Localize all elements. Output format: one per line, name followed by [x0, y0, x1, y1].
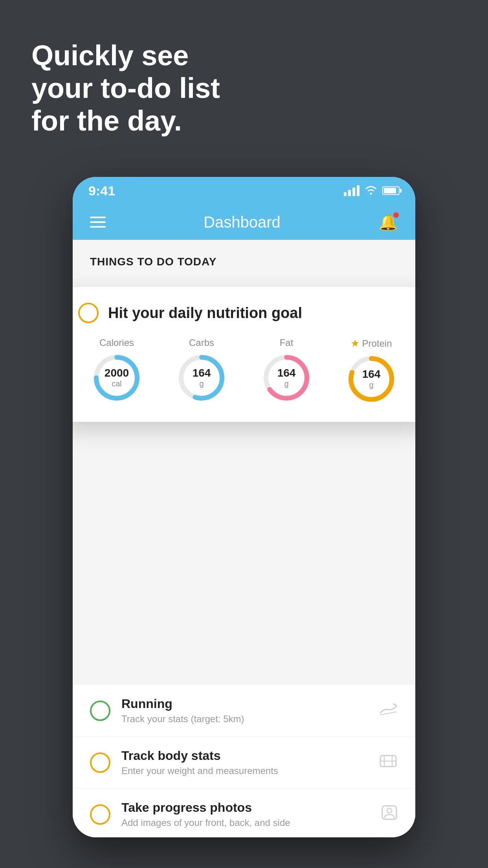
- running-content: Running Track your stats (target: 5km): [121, 697, 367, 725]
- todo-item-body-stats[interactable]: Track body stats Enter your weight and m…: [73, 737, 415, 789]
- protein-value: 164: [362, 368, 381, 381]
- calories-value: 2000: [105, 367, 129, 379]
- notification-dot: [393, 212, 399, 218]
- running-title: Running: [121, 697, 367, 711]
- photos-subtitle: Add images of your front, back, and side: [121, 817, 370, 828]
- body-stats-subtitle: Enter your weight and measurements: [121, 765, 367, 776]
- things-section-title: THINGS TO DO TODAY: [90, 256, 398, 268]
- todo-list: Running Track your stats (target: 5km) T…: [73, 685, 415, 837]
- photos-content: Take progress photos Add images of your …: [121, 800, 370, 828]
- signal-icon: [344, 185, 360, 196]
- fat-donut: 164 g: [261, 352, 312, 403]
- card-header: Hit your daily nutrition goal: [78, 303, 410, 323]
- nutrition-checkbox[interactable]: [78, 303, 99, 323]
- protein-label: ★ Protein: [350, 337, 392, 349]
- photos-checkbox[interactable]: [90, 804, 110, 825]
- todo-item-running[interactable]: Running Track your stats (target: 5km): [73, 685, 415, 737]
- photos-title: Take progress photos: [121, 800, 370, 815]
- running-subtitle: Track your stats (target: 5km): [121, 714, 367, 725]
- nutrition-stats: Calories 2000 cal Carbs: [78, 337, 410, 405]
- notification-bell[interactable]: 🔔: [378, 213, 398, 232]
- status-bar: 9:41: [73, 177, 415, 204]
- things-section: THINGS TO DO TODAY: [73, 240, 415, 276]
- body-stats-content: Track body stats Enter your weight and m…: [121, 748, 367, 776]
- scale-icon: [378, 752, 398, 772]
- carbs-value: 164: [193, 367, 211, 379]
- hero-line2: your to-do list: [31, 72, 220, 105]
- star-icon: ★: [350, 337, 360, 349]
- todo-item-photos[interactable]: Take progress photos Add images of your …: [73, 789, 415, 837]
- hero-text: Quickly see your to-do list for the day.: [31, 39, 220, 137]
- calories-donut: 2000 cal: [91, 352, 142, 403]
- nav-bar: Dashboard 🔔: [73, 204, 415, 240]
- protein-donut: 164 g: [346, 353, 397, 405]
- hero-line1: Quickly see: [31, 39, 220, 72]
- carbs-donut: 164 g: [176, 352, 227, 403]
- nutrition-card: Hit your daily nutrition goal Calories 2…: [73, 287, 415, 422]
- status-time: 9:41: [88, 183, 115, 199]
- status-icons: [344, 184, 400, 198]
- battery-icon: [382, 186, 400, 195]
- person-icon: [381, 804, 398, 824]
- phone-frame: 9:41 Da: [73, 177, 415, 837]
- calories-stat: Calories 2000 cal: [91, 337, 142, 405]
- hamburger-menu[interactable]: [90, 217, 106, 228]
- hero-line3: for the day.: [31, 105, 220, 137]
- nav-title: Dashboard: [204, 213, 281, 231]
- calories-label: Calories: [99, 337, 134, 348]
- body-stats-title: Track body stats: [121, 748, 367, 763]
- fat-stat: Fat 164 g: [261, 337, 312, 405]
- card-title: Hit your daily nutrition goal: [108, 305, 302, 322]
- running-checkbox[interactable]: [90, 701, 110, 721]
- carbs-label: Carbs: [189, 337, 214, 348]
- body-stats-checkbox[interactable]: [90, 752, 110, 773]
- carbs-stat: Carbs 164 g: [176, 337, 227, 405]
- fat-label: Fat: [280, 337, 294, 348]
- protein-stat: ★ Protein 164 g: [346, 337, 397, 405]
- svg-point-13: [387, 808, 392, 813]
- running-icon: [378, 701, 398, 720]
- wifi-icon: [364, 184, 378, 198]
- fat-value: 164: [277, 367, 296, 379]
